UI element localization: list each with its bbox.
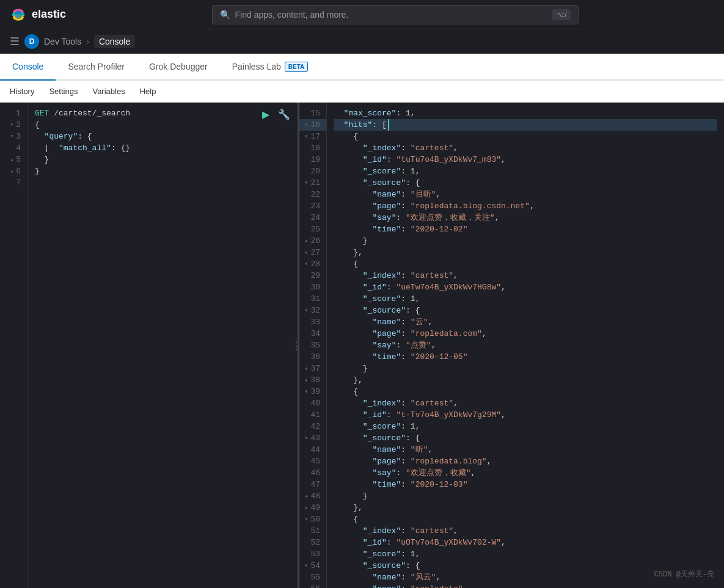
oln-43: ▾43 — [299, 432, 326, 444]
out-line-50: { — [334, 514, 717, 525]
oln-27: ▴27 — [299, 247, 326, 258]
oln-24: 24 — [299, 212, 326, 223]
out-line-21: "_source": { — [334, 177, 717, 189]
out-line-26: } — [334, 235, 717, 247]
breadcrumb-current: Console — [94, 35, 135, 48]
oln-19: 19 — [299, 154, 326, 165]
oln-50: ▾50 — [299, 514, 326, 525]
out-line-36: "time": "2020-12-05" — [334, 351, 717, 363]
tab-grok-debugger[interactable]: Grok Debugger — [137, 54, 220, 81]
out-line-20: "_score": 1, — [334, 165, 717, 177]
output-code-content[interactable]: "max_score": 1, "hits": [ { "_index": "c… — [327, 103, 724, 588]
oln-36: 36 — [299, 351, 326, 363]
toolbar-settings[interactable]: Settings — [49, 87, 78, 96]
out-line-47: "time": "2020-12-03" — [334, 479, 717, 490]
out-line-32: "_source": { — [334, 305, 717, 316]
out-line-52: "_id": "uOTv7o4B_yXDkWv702-W", — [334, 537, 717, 548]
out-line-15: "max_score": 1, — [334, 107, 717, 119]
editor-line-1: GET /cartest/_search — [35, 107, 290, 119]
output-line-numbers: 15 ▾16 ▾17 18 19 20 ▾21 22 23 24 25 ▴26 … — [299, 103, 327, 588]
panel-divider-handle[interactable]: ⋮ — [291, 339, 301, 351]
out-line-28: { — [334, 258, 717, 270]
top-bar: elastic 🔍 Find apps, content, and more. … — [0, 0, 724, 29]
oln-20: 20 — [299, 165, 326, 177]
oln-41: 41 — [299, 409, 326, 421]
out-line-38: }, — [334, 374, 717, 386]
oln-15: 15 — [299, 107, 326, 119]
oln-37: ▴37 — [299, 363, 326, 374]
out-line-17: { — [334, 131, 717, 142]
tab-search-profiler[interactable]: Search Profiler — [56, 54, 137, 81]
oln-54: ▾54 — [299, 560, 326, 572]
oln-33: 33 — [299, 316, 326, 328]
out-line-49: }, — [334, 502, 717, 514]
oln-51: 51 — [299, 525, 326, 537]
tab-console-label: Console — [12, 62, 43, 71]
tab-painless-lab[interactable]: Painless Lab BETA — [220, 54, 321, 81]
editor-line-4: | "match_all": {} — [35, 142, 290, 154]
tools-button[interactable]: 🔧 — [276, 107, 293, 122]
ln-7: 7 — [0, 177, 27, 189]
oln-46: 46 — [299, 467, 326, 479]
oln-44: 44 — [299, 444, 326, 456]
out-line-46: "say": "欢迎点赞，收藏", — [334, 467, 717, 479]
out-line-51: "_index": "cartest", — [334, 525, 717, 537]
out-line-29: "_index": "cartest", — [334, 270, 717, 281]
out-line-56: "page": "ropledata", — [334, 583, 717, 588]
editor-code-area[interactable]: 1 ▾2 ▾3 4 ▴5 ▴6 7 GET /cartest/_search {… — [0, 103, 298, 588]
editor-line-3: "query": { — [35, 131, 290, 142]
output-panel: 15 ▾16 ▾17 18 19 20 ▾21 22 23 24 25 ▴26 … — [299, 103, 724, 588]
tab-grok-debugger-label: Grok Debugger — [149, 62, 208, 71]
svg-point-4 — [15, 10, 22, 19]
oln-28: ▾28 — [299, 258, 326, 270]
oln-48: ▴48 — [299, 490, 326, 502]
oln-39: ▾39 — [299, 386, 326, 397]
beta-badge: BETA — [285, 62, 308, 72]
oln-30: 30 — [299, 281, 326, 293]
output-code-area[interactable]: 15 ▾16 ▾17 18 19 20 ▾21 22 23 24 25 ▴26 … — [299, 103, 724, 588]
out-line-35: "say": "点赞", — [334, 339, 717, 351]
oln-31: 31 — [299, 293, 326, 305]
elastic-logo[interactable]: elastic — [10, 6, 66, 23]
editor-code-content[interactable]: GET /cartest/_search { "query": { | "mat… — [27, 103, 298, 588]
ln-4: 4 — [0, 142, 27, 154]
oln-29: 29 — [299, 270, 326, 281]
oln-52: 52 — [299, 537, 326, 548]
tab-bar: Console Search Profiler Grok Debugger Pa… — [0, 54, 724, 81]
oln-32: ▾32 — [299, 305, 326, 316]
out-line-34: "page": "ropledata.com", — [334, 328, 717, 339]
run-button[interactable]: ▶ — [260, 107, 272, 122]
global-search-bar[interactable]: 🔍 Find apps, content, and more. ⌥/ — [212, 5, 579, 24]
editor-line-6: } — [35, 165, 290, 177]
oln-53: 53 — [299, 548, 326, 560]
toolbar-variables[interactable]: Variables — [92, 87, 125, 96]
toolbar-history[interactable]: History — [10, 87, 34, 96]
toolbar-help[interactable]: Help — [140, 87, 156, 96]
out-line-31: "_score": 1, — [334, 293, 717, 305]
ln-6: ▴6 — [0, 165, 27, 177]
tab-console[interactable]: Console — [0, 54, 56, 81]
out-line-43: "_source": { — [334, 432, 717, 444]
oln-16: ▾16 — [299, 119, 326, 131]
main-content: ▶ 🔧 1 ▾2 ▾3 4 ▴5 ▴6 7 GET /cartest/_sear… — [0, 103, 724, 588]
oln-17: ▾17 — [299, 131, 326, 142]
logo-text: elastic — [32, 8, 66, 21]
search-shortcut: ⌥/ — [552, 9, 570, 20]
out-line-24: "say": "欢迎点赞，收藏，关注", — [334, 212, 717, 223]
oln-25: 25 — [299, 223, 326, 235]
breadcrumb-separator: › — [86, 37, 89, 46]
search-placeholder: Find apps, content, and more. — [235, 10, 349, 20]
ln-2: ▾2 — [0, 119, 27, 131]
breadcrumb-parent[interactable]: Dev Tools — [44, 37, 81, 46]
elastic-logo-icon — [10, 6, 27, 23]
oln-26: ▴26 — [299, 235, 326, 247]
out-line-19: "_id": "tuTu7o4B_yXDkWv7_m83", — [334, 154, 717, 165]
out-line-18: "_index": "cartest", — [334, 142, 717, 154]
hamburger-menu-icon[interactable]: ☰ — [10, 35, 20, 48]
ln-3: ▾3 — [0, 131, 27, 142]
out-line-27: }, — [334, 247, 717, 258]
editor-panel: ▶ 🔧 1 ▾2 ▾3 4 ▴5 ▴6 7 GET /cartest/_sear… — [0, 103, 299, 588]
editor-line-numbers: 1 ▾2 ▾3 4 ▴5 ▴6 7 — [0, 103, 27, 588]
tab-painless-lab-label: Painless Lab — [232, 62, 281, 71]
action-buttons: ▶ 🔧 — [260, 107, 293, 122]
